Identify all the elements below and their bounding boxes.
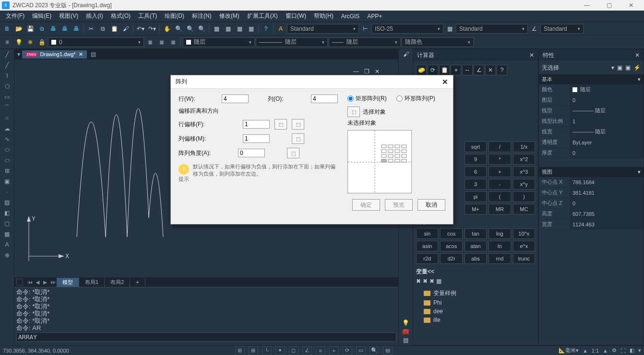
props-row[interactable]: 颜色随层 — [539, 84, 644, 95]
chevron-down-icon[interactable]: ▾ — [611, 64, 614, 71]
spline-icon[interactable]: ∿ — [2, 134, 12, 144]
layer-freeze-icon[interactable]: ❄ — [25, 37, 36, 47]
annoscale-icon[interactable]: ▤ — [383, 346, 393, 355]
calc-key[interactable]: ( — [489, 191, 511, 202]
calc-key[interactable]: sqrt — [465, 142, 487, 152]
menu-ext[interactable]: 扩展工具(X) — [243, 11, 282, 21]
text-style-combo[interactable]: Standard▾ — [287, 24, 359, 34]
props-value[interactable]: 0 — [570, 148, 644, 158]
tab-prev[interactable]: ◀ — [34, 278, 41, 286]
calc-key[interactable]: d2r — [440, 253, 462, 264]
rows-input[interactable] — [222, 95, 249, 103]
polar-array-radio[interactable]: 环形阵列(P) — [396, 95, 435, 103]
tree-item[interactable]: 变量样例 — [416, 288, 535, 298]
calc-key[interactable]: 6 — [465, 166, 487, 177]
doc-min-icon[interactable]: — — [352, 68, 360, 75]
calc-key[interactable]: abs — [465, 253, 487, 264]
props-value[interactable]: 607.7385 — [570, 209, 644, 219]
tree-item[interactable]: Phi — [416, 298, 535, 307]
calc-key[interactable]: log — [489, 228, 511, 239]
preview-button[interactable]: 预览 — [385, 199, 413, 211]
props-value[interactable]: ———— 随层 — [570, 127, 644, 137]
props-value[interactable]: ByLayer — [570, 137, 644, 147]
calc-key[interactable]: atan — [465, 241, 487, 251]
zoom-win-icon[interactable]: 🔍 — [185, 24, 195, 34]
menu-modify[interactable]: 修改(M) — [215, 11, 243, 21]
props-value[interactable]: ———— 随层 — [570, 106, 644, 116]
table-icon[interactable]: ▦ — [2, 229, 12, 239]
calc-key[interactable]: tan — [465, 228, 487, 239]
region-icon[interactable]: ▢ — [2, 219, 12, 228]
menu-tools[interactable]: 工具(T) — [134, 11, 161, 21]
props-row[interactable]: 线宽———— 随层 — [539, 127, 644, 137]
dimstyle-icon[interactable]: ⊢ — [360, 24, 370, 34]
plot-icon[interactable]: 🖶 — [48, 24, 59, 34]
col-offset-input[interactable] — [243, 134, 270, 143]
snap-grid-icon[interactable]: ⊞ — [235, 346, 245, 355]
layer-manager-icon[interactable]: ≡ — [2, 37, 12, 47]
menu-format[interactable]: 格式(O) — [107, 11, 134, 21]
calc-help-icon[interactable]: ? — [497, 65, 507, 75]
close-tab-icon[interactable]: ✕ — [79, 51, 83, 58]
insert-icon[interactable]: ⊞ — [2, 166, 12, 176]
mtext-icon[interactable]: A — [2, 240, 12, 249]
toolpalette-icon[interactable]: ▦ — [234, 24, 245, 34]
props-row[interactable]: 厚度0 — [539, 148, 644, 158]
matchprop-icon[interactable]: 🖌 — [120, 24, 131, 34]
ray-icon[interactable]: ╱ — [2, 60, 12, 70]
layer-combo[interactable]: 0▾ — [48, 37, 144, 47]
zoom-rt-icon[interactable]: 🔍 — [173, 24, 184, 34]
calc-hist-icon[interactable]: ⟳ — [428, 65, 438, 75]
ok-button[interactable]: 确定 — [352, 199, 380, 211]
menu-dim[interactable]: 标注(N) — [188, 11, 215, 21]
props-section-view[interactable]: 视图▾ — [539, 167, 644, 177]
tree-item[interactable]: ille — [416, 316, 535, 324]
layers-panel-icon[interactable]: ▤ — [403, 337, 408, 343]
pick-angle-button[interactable]: ⬚ — [287, 148, 299, 158]
table-style-combo[interactable]: Standard▾ — [456, 24, 528, 34]
grid-icon[interactable]: ⊞ — [249, 346, 258, 355]
new-tab-icon[interactable]: ▤ — [91, 51, 96, 58]
calc-angle-icon[interactable]: ∠ — [474, 65, 484, 75]
props-value[interactable]: 786.1684 — [570, 177, 644, 187]
lwt-icon[interactable]: ≡ — [316, 346, 325, 355]
magnify-icon[interactable]: 🔍 — [370, 346, 379, 355]
doc-restore-icon[interactable]: ❐ — [362, 68, 371, 75]
linetype-combo[interactable]: ————随层▾ — [256, 37, 328, 47]
minimize-button[interactable]: — — [576, 0, 598, 11]
calc-close-icon[interactable]: ✕ — [529, 52, 534, 59]
unit-label[interactable]: 📐毫米▾ — [559, 347, 579, 354]
saveall-icon[interactable]: ⧉ — [36, 24, 47, 34]
calc-getpt-icon[interactable]: ⌖ — [451, 65, 461, 75]
calc-key[interactable]: 9 — [465, 154, 487, 165]
hatch-icon[interactable]: ▨ — [2, 198, 12, 207]
max-icon[interactable]: ⛶ — [620, 348, 626, 354]
tab-layout1[interactable]: 布局1 — [79, 278, 105, 287]
block-icon[interactable]: ▣ — [2, 177, 12, 186]
props-row[interactable]: 高度607.7385 — [539, 209, 644, 219]
command-input[interactable] — [16, 332, 396, 342]
pick-icon[interactable]: ▣ — [617, 64, 622, 71]
props-row[interactable]: 中心点 X786.1684 — [539, 177, 644, 188]
calc-key[interactable]: x^2 — [513, 154, 535, 165]
mleader-icon[interactable]: ∠ — [529, 24, 539, 34]
publish-icon[interactable]: 🖶 — [71, 24, 82, 34]
tray-icon[interactable]: ◧ — [630, 347, 634, 354]
ratio-label[interactable]: 1:1 — [592, 348, 599, 354]
calc-key[interactable]: x^3 — [513, 166, 535, 177]
calc-key[interactable]: / — [489, 142, 511, 152]
layout-grid-icon[interactable] — [16, 279, 23, 285]
arc-icon[interactable]: ⌒ — [2, 103, 12, 112]
calc-key[interactable]: asin — [416, 241, 438, 251]
layer-prev-icon[interactable]: ≣ — [145, 37, 155, 47]
circle-icon[interactable]: ○ — [2, 113, 12, 123]
textstyle-icon[interactable]: A — [275, 24, 286, 34]
calc-key[interactable]: e^x — [513, 241, 535, 251]
tab-layout2[interactable]: 布局2 — [105, 278, 130, 287]
tabs-chevron-icon[interactable]: ▾ — [17, 51, 20, 58]
calc-key[interactable]: MR — [489, 204, 511, 214]
props-value[interactable]: 1124.463 — [570, 219, 644, 229]
calc-key[interactable]: 10^x — [513, 228, 535, 239]
tree-item[interactable]: dee — [416, 307, 535, 316]
props-row[interactable]: 图层0 — [539, 95, 644, 106]
